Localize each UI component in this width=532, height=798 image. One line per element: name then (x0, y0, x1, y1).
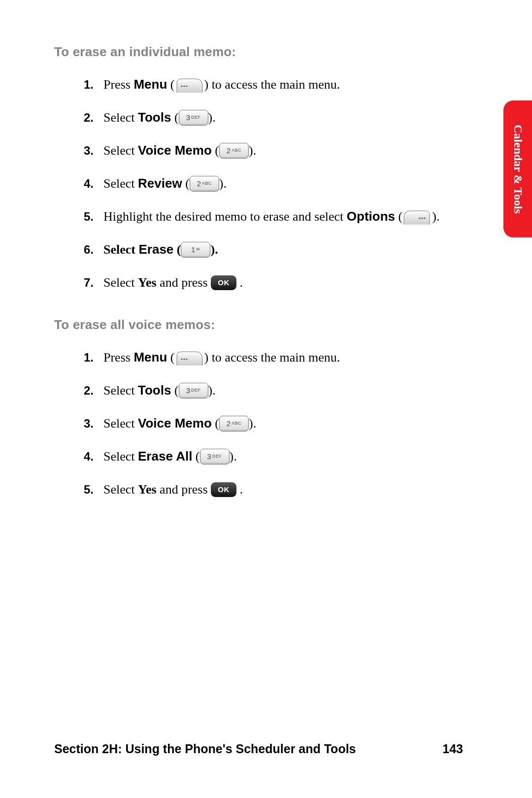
step-number: 1. (84, 73, 94, 96)
side-tab-label: Calendar & Tools (503, 100, 532, 237)
step-item: 1.Press Menu ( ) to access the main menu… (84, 73, 463, 96)
svg-point-6 (181, 358, 183, 360)
svg-point-0 (181, 85, 183, 87)
3def-key-icon: 3DEF (200, 449, 230, 465)
step-number: 5. (84, 478, 94, 500)
svg-point-4 (422, 217, 423, 219)
softkey-left-icon (175, 78, 203, 94)
2abc-key-icon: 2ABC (190, 176, 219, 192)
step-number: 4. (84, 445, 94, 467)
svg-point-7 (184, 358, 185, 360)
section-heading: To erase an individual memo: (54, 44, 463, 60)
footer-page-number: 143 (442, 742, 463, 756)
step-number: 2. (84, 106, 94, 129)
svg-point-3 (424, 217, 426, 219)
step-item: 4.Select Review (2ABC). (84, 172, 463, 195)
page-footer: Section 2H: Using the Phone's Scheduler … (54, 742, 463, 756)
svg-point-5 (419, 217, 421, 219)
step-item: 5.Select Yes and press OK . (84, 478, 463, 500)
step-item: 1.Press Menu ( ) to access the main menu… (84, 346, 463, 368)
step-list: 1.Press Menu ( ) to access the main menu… (54, 346, 463, 500)
softkey-right-icon (403, 210, 431, 226)
2abc-key-icon: 2ABC (219, 143, 249, 159)
page-content: To erase an individual memo:1.Press Menu… (54, 44, 463, 524)
side-tab: Calendar & Tools (503, 100, 532, 237)
step-number: 3. (84, 139, 94, 162)
step-number: 4. (84, 172, 94, 195)
ok-key-icon: OK (211, 482, 236, 497)
step-item: 5.Highlight the desired memo to erase an… (84, 205, 463, 228)
step-number: 7. (84, 271, 94, 294)
svg-point-1 (184, 85, 185, 87)
step-number: 5. (84, 205, 94, 228)
step-item: 7.Select Yes and press OK . (84, 271, 463, 294)
step-item: 3.Select Voice Memo (2ABC). (84, 412, 463, 434)
step-number: 2. (84, 379, 94, 401)
1mail-key-icon: 1✉ (181, 242, 210, 258)
section-heading: To erase all voice memos: (54, 317, 463, 332)
svg-point-8 (186, 358, 188, 360)
step-item: 3.Select Voice Memo (2ABC). (84, 139, 463, 162)
3def-key-icon: 3DEF (179, 110, 208, 126)
ok-key-icon: OK (211, 275, 236, 290)
step-number: 1. (84, 346, 94, 368)
svg-point-2 (186, 85, 188, 87)
step-item: 4.Select Erase All (3DEF). (84, 445, 463, 467)
step-number: 6. (84, 238, 94, 261)
step-item: 2.Select Tools (3DEF). (84, 106, 463, 129)
3def-key-icon: 3DEF (179, 383, 208, 399)
footer-section: Section 2H: Using the Phone's Scheduler … (54, 742, 356, 756)
step-list: 1.Press Menu ( ) to access the main menu… (54, 73, 463, 294)
2abc-key-icon: 2ABC (219, 416, 249, 432)
step-number: 3. (84, 412, 94, 434)
step-item: 6.Select Erase (1✉). (84, 238, 463, 261)
step-item: 2.Select Tools (3DEF). (84, 379, 463, 401)
softkey-left-icon (175, 351, 203, 366)
